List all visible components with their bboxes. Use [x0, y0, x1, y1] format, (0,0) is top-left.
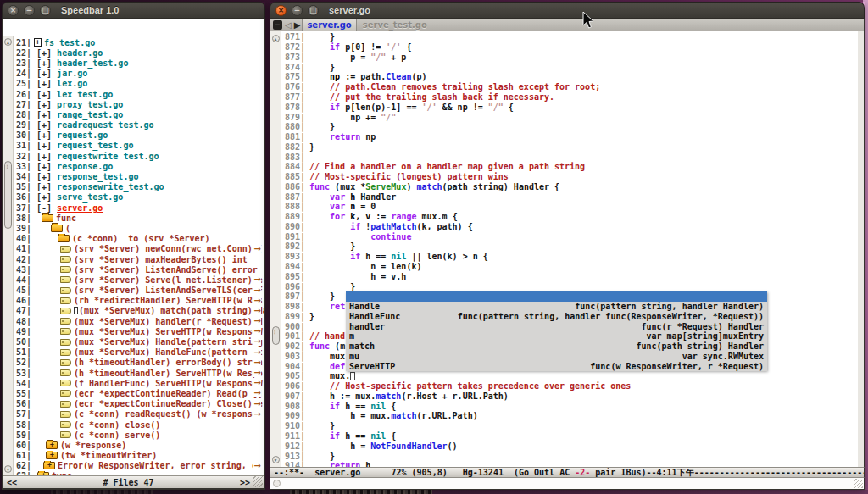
- speedbar-item[interactable]: 61|(tw *timeoutWriter): [13, 451, 264, 461]
- tab-close-button[interactable]: −: [273, 20, 282, 30]
- tag-icon[interactable]: [60, 287, 71, 294]
- maximize-icon[interactable]: □: [308, 5, 319, 16]
- expand-icon[interactable]: [+]: [31, 69, 57, 78]
- folder-open-icon[interactable]: [58, 235, 70, 242]
- expand-icon[interactable]: [+]: [31, 90, 57, 99]
- expand-icon[interactable]: [+]: [31, 172, 57, 181]
- speedbar-item-label[interactable]: range_test.go: [57, 110, 123, 119]
- speedbar-item[interactable]: 33| [+] response.go: [13, 161, 264, 171]
- tag-icon[interactable]: [60, 380, 71, 386]
- tag-icon[interactable]: [60, 256, 71, 263]
- speedbar-item-label[interactable]: lex.go: [57, 79, 87, 88]
- autocomplete-item[interactable]: handlerfunc(r *Request) Handler: [346, 321, 767, 331]
- code-line[interactable]: 911| if h == nil {: [281, 431, 858, 441]
- tag-icon[interactable]: [60, 431, 71, 438]
- tag-icon[interactable]: [60, 369, 71, 376]
- speedbar-item[interactable]: 46|(rh *redirectHandler) ServeHTTP(w Res…: [13, 296, 264, 306]
- code-line[interactable]: 882|}: [281, 142, 858, 152]
- minimize-icon[interactable]: −: [292, 5, 303, 16]
- code-line[interactable]: 875| np := path.Clean(p): [281, 72, 858, 82]
- code-line[interactable]: 884|// Find a handler on a handler map g…: [281, 162, 858, 172]
- folder-plus-icon[interactable]: [46, 452, 58, 459]
- speedbar-item[interactable]: 30| [+] request.go: [13, 130, 264, 141]
- speedbar-item-label[interactable]: readrequest_test.go: [57, 120, 153, 130]
- close-icon[interactable]: ×: [275, 5, 287, 16]
- expand-icon[interactable]: [+]: [31, 182, 57, 191]
- folder-open-icon[interactable]: [51, 225, 63, 232]
- folder-plus-icon[interactable]: [46, 441, 58, 449]
- speedbar-item[interactable]: 45|(srv *Server) ListenAndServeTLS(certF…: [13, 286, 264, 296]
- tag-icon[interactable]: [60, 318, 71, 325]
- code-line[interactable]: 879| np += "/": [281, 112, 858, 122]
- scroll-down-icon[interactable]: ▼: [272, 456, 280, 463]
- code-line[interactable]: 873| p = "/" + p: [281, 53, 858, 63]
- minimize-icon[interactable]: −: [24, 5, 35, 16]
- speedbar-item[interactable]: 26| [+] lex_test.go: [13, 89, 264, 99]
- scrollbar-thumb[interactable]: [4, 161, 12, 229]
- speedbar-item-label[interactable]: (rh *redirectHandler) ServeHTTP(w Res: [74, 296, 263, 305]
- modeline-left[interactable]: <<: [7, 478, 17, 487]
- speedbar-item[interactable]: 58|(c *conn) close(): [13, 419, 264, 430]
- code-line[interactable]: 887| var h Handler: [281, 191, 858, 202]
- tag-icon[interactable]: [60, 328, 71, 335]
- tag-icon[interactable]: [60, 276, 71, 283]
- speedbar-item-label[interactable]: (ecr *expectContinueReader) Read(p []: [74, 389, 263, 398]
- speedbar-item-label[interactable]: (h *timeoutHandler) errorBody() strin: [74, 358, 263, 367]
- autocomplete-item[interactable]: matchfunc(path string) Handler: [346, 341, 767, 352]
- code-line[interactable]: 872| if p[0] != '/' {: [281, 42, 858, 53]
- speedbar-item[interactable]: 35| [+] responsewrite_test.go: [13, 182, 264, 192]
- speedbar-item-label[interactable]: Error(w ResponseWriter, error string, c: [58, 461, 257, 470]
- speedbar-item[interactable]: 56|(ecr *expectContinueReader) Close() e…: [13, 399, 264, 409]
- editor-scrollbar-right[interactable]: [858, 31, 864, 467]
- speedbar-item-label[interactable]: (mux *ServeMux) match(path string) Ha: [79, 306, 264, 315]
- speedbar-item-label[interactable]: (w *response): [60, 441, 126, 450]
- speedbar-item-label[interactable]: (srv *Server) ListenAndServe() error: [74, 265, 258, 275]
- speedbar-item[interactable]: 59|(c *conn) serve(): [13, 430, 264, 440]
- scroll-down-icon[interactable]: ▼: [4, 465, 12, 473]
- speedbar-item[interactable]: 48|(mux *ServeMux) handler(r *Request) H…: [13, 316, 264, 326]
- code-line[interactable]: 877| // put the trailing slash back if n…: [281, 92, 858, 103]
- code-line[interactable]: 892| }: [281, 241, 858, 252]
- speedbar-item-label[interactable]: (mux *ServeMux) Handle(pattern string: [74, 337, 263, 347]
- speedbar-item[interactable]: 25| [+] lex.go: [13, 79, 264, 89]
- speedbar-item[interactable]: 47|(mux *ServeMux) match(path string) Ha…: [13, 306, 264, 316]
- maximize-icon[interactable]: □: [40, 5, 51, 16]
- speedbar-item[interactable]: 51|(mux *ServeMux) HandleFunc(pattern st…: [13, 347, 264, 358]
- close-icon[interactable]: ×: [8, 5, 19, 16]
- collapse-icon[interactable]: [-]: [31, 203, 57, 213]
- code-line[interactable]: 874| }: [281, 62, 858, 72]
- code-line[interactable]: 893| if h == nil || len(k) > n {: [281, 252, 858, 262]
- speedbar-titlebar[interactable]: × − □ Speedbar 1.0: [2, 2, 265, 19]
- speedbar-item-label[interactable]: (mux *ServeMux) handler(r *Request) H: [74, 317, 263, 326]
- code-line[interactable]: 914| return h: [281, 461, 858, 467]
- speedbar-item[interactable]: 29| [+] readrequest_test.go: [13, 120, 264, 130]
- expand-icon[interactable]: [+]: [31, 48, 57, 58]
- code-line[interactable]: 895| h = v.h: [281, 271, 858, 281]
- speedbar-item-label[interactable]: server.go: [57, 203, 103, 213]
- speedbar-item-label[interactable]: (srv *Server) ListenAndServeTLS(certF: [74, 286, 263, 295]
- speedbar-item-label[interactable]: (ecr *expectContinueReader) Close() e: [74, 399, 263, 408]
- speedbar-item-label[interactable]: (c *conn) to (srv *Server): [72, 234, 210, 243]
- speedbar-item[interactable]: 27| [+] proxy_test.go: [13, 99, 264, 109]
- speedbar-item[interactable]: 60|(w *response): [13, 440, 264, 450]
- speedbar-item[interactable]: 44|(srv *Server) Serve(l net.Listener) e…: [13, 275, 264, 285]
- speedbar-item[interactable]: 31| [+] request_test.go: [13, 141, 264, 151]
- speedbar-item-label[interactable]: (mux *ServeMux) HandleFunc(pattern st: [74, 347, 263, 357]
- speedbar-item[interactable]: 38|func: [13, 213, 264, 223]
- speedbar-item-label[interactable]: header_test.go: [57, 58, 128, 68]
- code-line[interactable]: 894| n = len(k): [281, 262, 858, 272]
- code-buffer[interactable]: 871| }872| if p[0] != '/' {873| p = "/" …: [281, 31, 858, 467]
- speedbar-item[interactable]: 28| [+] range_test.go: [13, 109, 264, 119]
- expand-icon[interactable]: [+]: [31, 120, 57, 130]
- code-line[interactable]: 890| if !pathMatch(k, path) {: [281, 222, 858, 232]
- speedbar-item[interactable]: 43|(srv *Server) ListenAndServe() error: [13, 264, 264, 275]
- scroll-up-icon[interactable]: ▲: [272, 35, 280, 42]
- expand-icon[interactable]: [+]: [31, 192, 57, 202]
- speedbar-item-label[interactable]: response.go: [57, 162, 113, 171]
- tag-icon[interactable]: [60, 390, 71, 397]
- tab-server-go[interactable]: server.go: [302, 19, 356, 31]
- speedbar-item-label[interactable]: (mux *ServeMux) ServeHTTP(w ResponseW: [74, 327, 263, 336]
- resize-grip[interactable]: [854, 479, 863, 488]
- speedbar-item[interactable]: 57|(c *conn) readRequest() (w *response,…: [13, 409, 264, 419]
- speedbar-item[interactable]: 62|Error(w ResponseWriter, error string,…: [13, 461, 264, 471]
